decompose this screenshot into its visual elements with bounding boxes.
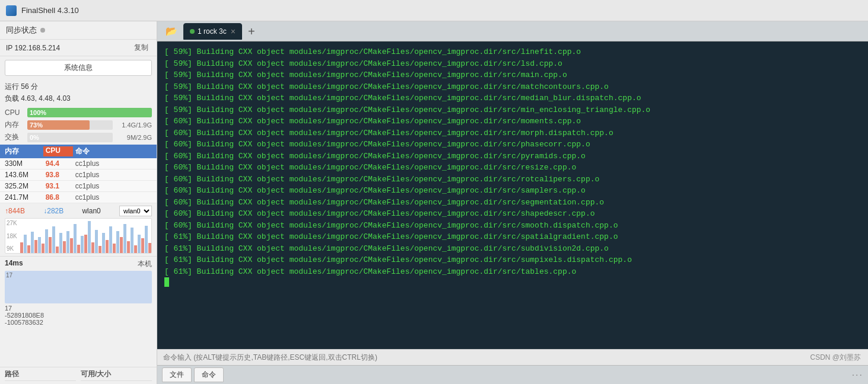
terminal-line: [ 60%] Building CXX object modules/imgpr… [164, 127, 861, 139]
net-bar-group [120, 224, 126, 253]
sync-status-dot [40, 28, 45, 33]
terminal-line: [ 60%] Building CXX object modules/imgpr… [164, 197, 861, 209]
sidebar: 同步状态 IP 192.168.5.214 复制 系统信息 运行 56 分 负载… [0, 21, 157, 384]
swap-detail-text: 9M/2.9G [116, 134, 152, 141]
net-label-27k: 27K [7, 220, 17, 226]
net-bar-down [45, 229, 48, 253]
mem-label: 内存 [5, 120, 24, 130]
add-tab-button[interactable]: + [244, 25, 259, 37]
table-row[interactable]: 143.6M 93.8 cc1plus [0, 169, 157, 181]
table-row[interactable]: 241.7M 86.8 cc1plus [0, 192, 157, 203]
net-bar-down [123, 224, 126, 253]
cursor-line [164, 277, 861, 287]
cpu-percent-text: 100% [30, 108, 46, 117]
net-bar-up [113, 244, 116, 253]
mem-detail-text: 1.4G/1.9G [116, 121, 152, 129]
table-row[interactable]: 325.2M 93.1 cc1plus [0, 181, 157, 192]
net-bar-up [63, 241, 66, 253]
process-table: 内存 CPU 命令 330M 94.4 cc1plus 143.6M 93.8 … [0, 145, 157, 203]
net-bar-group [127, 228, 133, 253]
terminal-line: [ 60%] Building CXX object modules/imgpr… [164, 208, 861, 220]
net-bar-down [24, 235, 27, 253]
latency-chart: 17 [5, 271, 152, 303]
net-bar-group [27, 232, 34, 253]
terminal-line: [ 60%] Building CXX object modules/imgpr… [164, 116, 861, 127]
proc-mem: 241.7M [5, 193, 43, 201]
net-bar-down [131, 228, 133, 253]
loadavg-value: 负载 4.63, 4.48, 4.03 [5, 94, 71, 104]
net-label-9k: 9K [7, 245, 17, 252]
active-tab[interactable]: 1 rock 3c × [183, 23, 242, 40]
net-bar-up [56, 247, 59, 253]
net-bar-up [20, 242, 23, 253]
bottom-tab-commands[interactable]: 命令 [194, 367, 224, 382]
copy-ip-button[interactable]: 复制 [132, 42, 151, 53]
tab-bar: 📂 1 rock 3c × + [157, 21, 868, 41]
net-bars [20, 219, 151, 253]
net-download-label: ↓282B [43, 207, 63, 215]
net-bar-down [81, 236, 84, 253]
proc-cmd: cc1plus [73, 171, 152, 179]
net-bar-down [88, 221, 91, 253]
net-bar-group [42, 229, 48, 253]
net-bar-group [34, 237, 41, 253]
net-bar-group [141, 226, 148, 253]
terminal-line: [ 61%] Building CXX object modules/imgpr… [164, 231, 861, 243]
cmd-input-bar [157, 349, 868, 365]
proc-cmd: cc1plus [73, 193, 152, 201]
net-bar-group [70, 224, 77, 253]
network-section: ↑844B ↓282B wlan0 wlan0 eth0 27K 18K 9K [0, 203, 157, 256]
net-bar-up [34, 240, 37, 253]
terminal-line: [ 59%] Building CXX object modules/imgpr… [164, 92, 861, 104]
cpu-label: CPU [5, 108, 24, 117]
net-bar-group [20, 235, 27, 253]
net-bar-up [106, 240, 109, 253]
net-interface-select[interactable]: wlan0 eth0 [119, 206, 152, 216]
net-bar-up [148, 243, 151, 253]
latency-stat-2: -52891808E8 [5, 312, 152, 319]
col-mem-header: 内存 [5, 146, 43, 156]
swap-progress-bar: 交换 0% 9M/2.9G [0, 132, 157, 142]
app-icon [6, 5, 17, 16]
net-bar-group [84, 221, 91, 253]
net-label-18k: 18K [7, 233, 17, 239]
net-bar-down [31, 232, 34, 253]
mem-track: 73% [27, 120, 113, 130]
ip-bar: IP 192.168.5.214 复制 [0, 40, 157, 56]
terminal-line: [ 60%] Building CXX object modules/imgpr… [164, 185, 861, 197]
system-info-button[interactable]: 系统信息 [5, 60, 152, 76]
terminal-line: [ 59%] Building CXX object modules/imgpr… [164, 58, 861, 70]
proc-mem: 330M [5, 159, 43, 168]
cmd-input[interactable] [163, 353, 862, 361]
terminal[interactable]: [ 59%] Building CXX object modules/imgpr… [157, 41, 868, 349]
terminal-line: [ 61%] Building CXX object modules/imgpr… [164, 266, 861, 278]
swap-track: 0% [27, 133, 113, 142]
proc-mem: 143.6M [5, 171, 43, 179]
network-chart: 27K 18K 9K [5, 218, 152, 254]
folder-button[interactable]: 📂 [162, 23, 181, 39]
proc-mem: 325.2M [5, 182, 43, 190]
net-bar-down [109, 226, 112, 253]
right-panel: 📂 1 rock 3c × + [ 59%] Building CXX obje… [157, 21, 868, 384]
net-bar-group [98, 233, 105, 253]
cpu-track: 100% [27, 108, 152, 117]
stats-section: 运行 56 分 负载 4.63, 4.48, 4.03 [0, 79, 157, 108]
bottom-dots: ··· [852, 370, 863, 380]
terminal-line: [ 60%] Building CXX object modules/imgpr… [164, 174, 861, 185]
latency-stat-1: 17 [5, 305, 152, 312]
terminal-line: [ 60%] Building CXX object modules/imgpr… [164, 220, 861, 232]
latency-y-labels: 17 [6, 271, 12, 303]
latency-section: 14ms 本机 17 17 -52891808E8 -1005783632 [0, 256, 157, 328]
table-row[interactable]: 330M 94.4 cc1plus [0, 158, 157, 169]
proc-cmd: cc1plus [73, 159, 152, 168]
file-col-size: 可用/大小 [81, 369, 152, 382]
bottom-tab-files[interactable]: 文件 [162, 367, 192, 382]
net-bar-group [77, 236, 84, 253]
net-bar-down [59, 233, 62, 253]
folder-icon: 📂 [166, 25, 177, 37]
main-layout: 同步状态 IP 192.168.5.214 复制 系统信息 运行 56 分 负载… [0, 21, 868, 384]
network-header: ↑844B ↓282B wlan0 wlan0 eth0 [5, 206, 152, 216]
net-bar-down [116, 231, 119, 253]
tab-close-button[interactable]: × [231, 27, 236, 36]
net-bar-group [134, 235, 141, 253]
